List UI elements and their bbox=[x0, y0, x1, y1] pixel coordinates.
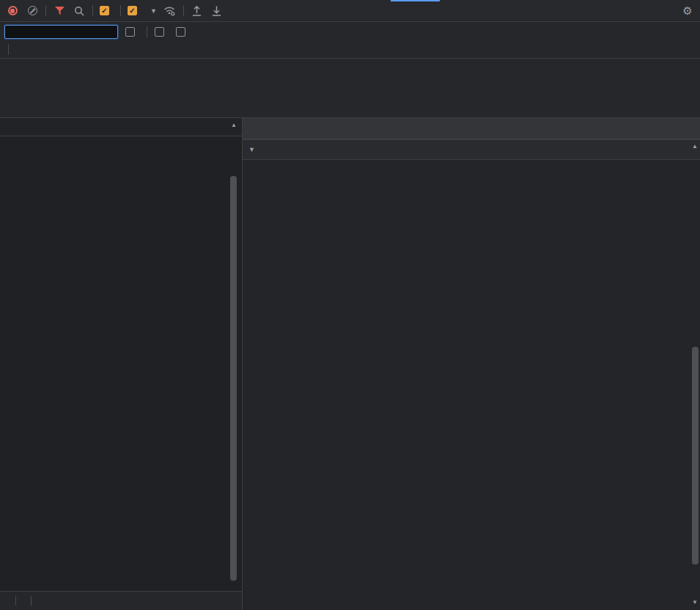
divider bbox=[147, 26, 147, 37]
disable-cache-checkbox[interactable]: ✓ bbox=[128, 6, 141, 15]
divider bbox=[92, 5, 93, 16]
devtools-network-panel: ✓ ✓ ▼ ⚙ bbox=[0, 0, 700, 610]
clear-button[interactable] bbox=[26, 4, 39, 18]
filter-input[interactable] bbox=[4, 25, 118, 39]
import-har-icon[interactable] bbox=[191, 4, 204, 18]
checkbox-box bbox=[176, 27, 185, 37]
divider bbox=[15, 596, 16, 606]
headers-content: ▼ bbox=[243, 139, 700, 610]
close-details-icon[interactable] bbox=[248, 118, 262, 139]
settings-gear-icon[interactable]: ⚙ bbox=[681, 4, 694, 18]
filter-bar bbox=[0, 22, 700, 41]
type-filter-bar bbox=[0, 41, 700, 59]
throttling-select[interactable]: ▼ bbox=[148, 7, 157, 15]
request-list-pane: ▲ bbox=[0, 118, 242, 591]
divider bbox=[183, 5, 184, 16]
scroll-up-icon[interactable]: ▲ bbox=[229, 122, 238, 128]
request-header-entries bbox=[243, 160, 700, 163]
request-rows bbox=[0, 136, 242, 591]
request-headers-section-header[interactable]: ▼ bbox=[243, 140, 700, 160]
divider bbox=[8, 44, 9, 55]
network-conditions-icon[interactable] bbox=[163, 4, 177, 18]
filter-icon[interactable] bbox=[53, 4, 66, 18]
main-split: ▲ ▼ ▲ ▼ bbox=[0, 118, 700, 610]
divider bbox=[45, 5, 46, 16]
details-scrollbar-thumb[interactable] bbox=[692, 347, 699, 565]
triangle-down-icon: ▼ bbox=[248, 146, 255, 153]
scroll-up-icon[interactable]: ▲ bbox=[690, 143, 699, 150]
search-icon[interactable] bbox=[73, 4, 86, 18]
active-tab-indicator bbox=[391, 0, 440, 1]
preserve-log-checkbox[interactable]: ✓ bbox=[100, 6, 114, 15]
divider bbox=[120, 5, 121, 16]
filter-input-wrap bbox=[4, 25, 118, 39]
checkbox-box bbox=[125, 27, 135, 37]
chevron-down-icon: ▼ bbox=[150, 7, 157, 15]
record-button[interactable] bbox=[6, 4, 19, 18]
checkbox-check: ✓ bbox=[128, 6, 137, 15]
checkbox-check: ✓ bbox=[100, 6, 109, 15]
request-details-pane: ▼ ▲ ▼ bbox=[243, 118, 700, 610]
divider bbox=[31, 596, 32, 606]
invert-checkbox[interactable] bbox=[125, 27, 139, 37]
hide-extension-urls-checkbox[interactable] bbox=[176, 27, 190, 37]
name-column-header[interactable] bbox=[0, 118, 242, 136]
request-list-scrollbar-thumb[interactable] bbox=[230, 176, 237, 581]
network-toolbar: ✓ ✓ ▼ ⚙ bbox=[0, 0, 700, 22]
details-tab-bar bbox=[243, 118, 700, 139]
network-summary-bar bbox=[0, 591, 242, 610]
network-overview-timeline[interactable] bbox=[0, 59, 700, 118]
checkbox-box bbox=[155, 27, 164, 37]
export-har-icon[interactable] bbox=[210, 4, 224, 18]
hide-data-urls-checkbox[interactable] bbox=[155, 27, 169, 37]
scroll-down-icon[interactable]: ▼ bbox=[690, 599, 699, 606]
